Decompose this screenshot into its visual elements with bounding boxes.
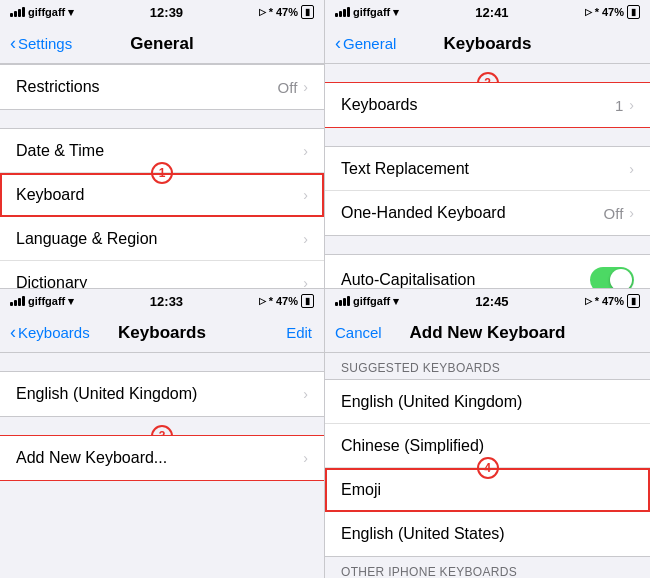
dictionary-right: › bbox=[303, 275, 308, 288]
bluetooth-icon: * bbox=[269, 6, 273, 18]
wifi-icon-3: ▾ bbox=[68, 295, 74, 308]
back-button-1[interactable]: ‹ Settings bbox=[10, 33, 72, 54]
one-handed-value: Off bbox=[604, 205, 624, 222]
nav-bar-3: ‹ Keyboards Keyboards Edit bbox=[0, 313, 324, 353]
keyboard-label: Keyboard bbox=[16, 186, 85, 204]
status-bar-3: giffgaff ▾ 12:33 ▷ * 47% ▮ bbox=[0, 289, 324, 313]
bluetooth-icon-4: * bbox=[595, 295, 599, 307]
nav-title-1: General bbox=[130, 34, 193, 54]
back-button-3[interactable]: ‹ Keyboards bbox=[10, 322, 90, 343]
list-item-emoji[interactable]: 4 Emoji bbox=[325, 468, 650, 512]
nav-title-3: Keyboards bbox=[118, 323, 206, 343]
section-text-options: Text Replacement › One-Handed Keyboard O… bbox=[325, 146, 650, 236]
signal-icon-3 bbox=[10, 296, 25, 306]
battery-icon-3: ▮ bbox=[301, 294, 314, 308]
add-keyboard-right: › bbox=[303, 450, 308, 466]
status-bar-2: giffgaff ▾ 12:41 ▷ * 47% ▮ bbox=[325, 0, 650, 24]
location-icon-3: ▷ bbox=[259, 296, 266, 306]
dictionary-chevron: › bbox=[303, 275, 308, 288]
auto-cap-toggle[interactable] bbox=[590, 267, 634, 288]
cancel-button[interactable]: Cancel bbox=[335, 324, 382, 341]
status-bar-1: giffgaff ▾ 12:39 ▷ * 47% ▮ bbox=[0, 0, 324, 24]
list-item-keyboards-count[interactable]: Keyboards 1 › bbox=[325, 83, 650, 127]
wifi-icon-2: ▾ bbox=[393, 6, 399, 19]
add-keyboard-chevron: › bbox=[303, 450, 308, 466]
list-item-english-uk[interactable]: English (United Kingdom) › bbox=[0, 372, 324, 416]
bluetooth-icon-3: * bbox=[269, 295, 273, 307]
keyboards-count-label: Keyboards bbox=[341, 96, 418, 114]
back-chevron-icon-2: ‹ bbox=[335, 33, 341, 54]
dictionary-label: Dictionary bbox=[16, 274, 87, 288]
section-suggested: English (United Kingdom) Chinese (Simpli… bbox=[325, 379, 650, 557]
time-label-4: 12:45 bbox=[475, 294, 508, 309]
settings-list-1: Restrictions Off › Date & Time › 1 bbox=[0, 64, 324, 288]
edit-button[interactable]: Edit bbox=[286, 324, 312, 341]
english-uk-label: English (United Kingdom) bbox=[16, 385, 197, 403]
suggested-keyboards-header: SUGGESTED KEYBOARDS bbox=[325, 353, 650, 379]
section-add-keyboard: 3 Add New Keyboard... › bbox=[0, 435, 324, 481]
time-label-2: 12:41 bbox=[475, 5, 508, 20]
datetime-label: Date & Time bbox=[16, 142, 104, 160]
list-item-language[interactable]: Language & Region › bbox=[0, 217, 324, 261]
auto-cap-right bbox=[590, 267, 634, 288]
one-handed-right: Off › bbox=[604, 205, 634, 222]
location-icon-4: ▷ bbox=[585, 296, 592, 306]
battery-label: 47% bbox=[276, 6, 298, 18]
list-item-auto-cap[interactable]: Auto-Capitalisation bbox=[325, 255, 650, 288]
keyboards-count-chevron: › bbox=[629, 97, 634, 113]
wifi-icon-4: ▾ bbox=[393, 295, 399, 308]
back-label-1: Settings bbox=[18, 35, 72, 52]
keyboard-chevron: › bbox=[303, 187, 308, 203]
list-item-keyboard[interactable]: 1 Keyboard › bbox=[0, 173, 324, 217]
gap-1 bbox=[0, 110, 324, 128]
keyboards-count-value: 1 bbox=[615, 97, 623, 114]
carrier-label: giffgaff bbox=[28, 6, 65, 18]
back-button-2[interactable]: ‹ General bbox=[335, 33, 396, 54]
gap-2b bbox=[325, 128, 650, 146]
signal-icon bbox=[10, 7, 25, 17]
signal-icon-2 bbox=[335, 7, 350, 17]
gap-2c bbox=[325, 236, 650, 254]
section-auto-cap: Auto-Capitalisation bbox=[325, 254, 650, 288]
nav-bar-1: ‹ Settings General bbox=[0, 24, 324, 64]
auto-cap-label: Auto-Capitalisation bbox=[341, 271, 475, 288]
battery-icon: ▮ bbox=[301, 5, 314, 19]
keyboards-count-right: 1 › bbox=[615, 97, 634, 114]
list-item-english-us[interactable]: English (United States) bbox=[325, 512, 650, 556]
english-us-label: English (United States) bbox=[341, 525, 505, 543]
keyboards-settings-list: 2 Keyboards 1 › Text Replacement › bbox=[325, 64, 650, 288]
list-item-one-handed[interactable]: One-Handed Keyboard Off › bbox=[325, 191, 650, 235]
back-label-3: Keyboards bbox=[18, 324, 90, 341]
english-uk-right: › bbox=[303, 386, 308, 402]
language-label: Language & Region bbox=[16, 230, 157, 248]
list-item-add-keyboard[interactable]: Add New Keyboard... › bbox=[0, 436, 324, 480]
chinese-simplified-label: Chinese (Simplified) bbox=[341, 437, 484, 455]
section-restrictions: Restrictions Off › bbox=[0, 64, 324, 110]
datetime-right: › bbox=[303, 143, 308, 159]
text-replacement-right: › bbox=[629, 161, 634, 177]
one-handed-label: One-Handed Keyboard bbox=[341, 204, 506, 222]
carrier-label-2: giffgaff bbox=[353, 6, 390, 18]
badge-1: 1 bbox=[151, 162, 173, 184]
section-english-uk: English (United Kingdom) › bbox=[0, 371, 324, 417]
list-item-text-replacement[interactable]: Text Replacement › bbox=[325, 147, 650, 191]
status-bar-4: giffgaff ▾ 12:45 ▷ * 47% ▮ bbox=[325, 289, 650, 313]
text-replacement-chevron: › bbox=[629, 161, 634, 177]
restrictions-right: Off › bbox=[278, 79, 308, 96]
battery-icon-4: ▮ bbox=[627, 294, 640, 308]
list-item-suggested-english-uk[interactable]: English (United Kingdom) bbox=[325, 380, 650, 424]
text-replacement-label: Text Replacement bbox=[341, 160, 469, 178]
location-icon: ▷ bbox=[259, 7, 266, 17]
wifi-icon: ▾ bbox=[68, 6, 74, 19]
emoji-label: Emoji bbox=[341, 481, 381, 499]
list-item-restrictions[interactable]: Restrictions Off › bbox=[0, 65, 324, 109]
battery-label-3: 47% bbox=[276, 295, 298, 307]
section-general-items: Date & Time › 1 Keyboard › Language & Re… bbox=[0, 128, 324, 288]
datetime-chevron: › bbox=[303, 143, 308, 159]
list-item-dictionary[interactable]: Dictionary › bbox=[0, 261, 324, 288]
nav-title-4: Add New Keyboard bbox=[410, 323, 566, 343]
english-uk-chevron: › bbox=[303, 386, 308, 402]
time-label-3: 12:33 bbox=[150, 294, 183, 309]
language-chevron: › bbox=[303, 231, 308, 247]
one-handed-chevron: › bbox=[629, 205, 634, 221]
